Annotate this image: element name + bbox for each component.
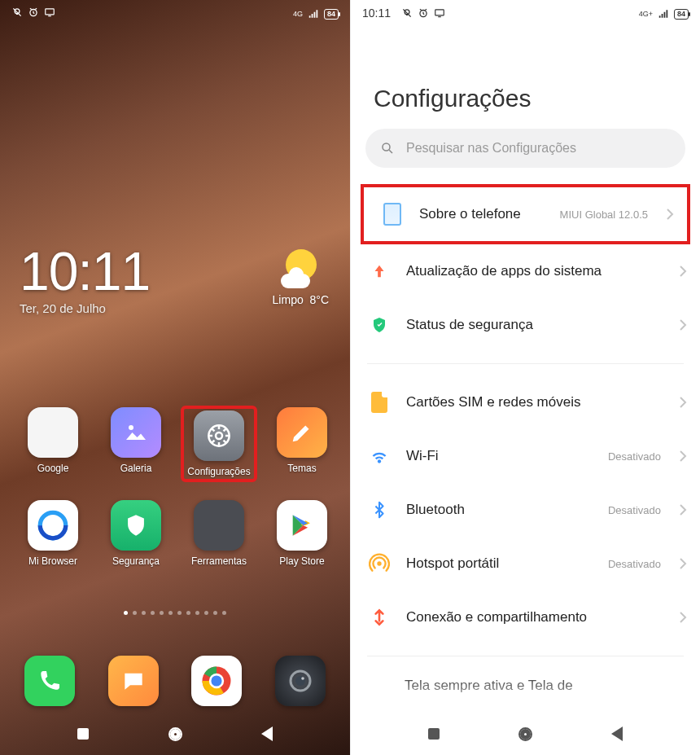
search-input[interactable]	[406, 141, 671, 156]
search-bar[interactable]	[365, 129, 685, 168]
settings-item-value: MIUI Global 12.0.5	[560, 209, 648, 221]
nav-home[interactable]	[517, 725, 535, 743]
clock-widget[interactable]: 10:11 Ter, 20 de Julho	[20, 244, 150, 315]
app-temas[interactable]: Temas	[265, 407, 339, 481]
nav-back[interactable]	[258, 725, 276, 743]
settings-list: Sobre o telefoneMIUI Global 12.0.5Atuali…	[351, 184, 700, 656]
settings-item-value: Desativado	[608, 450, 661, 463]
status-bar: 10:11 4G+ 84	[351, 0, 700, 28]
about-icon	[380, 202, 405, 226]
app-seguranca[interactable]: Segurança	[99, 500, 173, 567]
divider	[367, 363, 684, 364]
bt-icon	[367, 498, 392, 522]
nav-recents[interactable]	[74, 725, 92, 743]
settings-item-label: Status de segurança	[406, 317, 664, 333]
nav-recents[interactable]	[425, 725, 443, 743]
themes-icon	[277, 407, 327, 458]
page-dot[interactable]	[195, 611, 199, 615]
page-dot[interactable]	[213, 611, 217, 615]
weather-text: Limpo 8°C	[273, 293, 329, 306]
settings-item-shield[interactable]: Status de segurança	[351, 298, 700, 352]
page-dot[interactable]	[133, 611, 137, 615]
page-dot[interactable]	[151, 611, 155, 615]
app-ferramentas-folder[interactable]: Ferramentas	[182, 500, 256, 567]
app-mi-browser[interactable]: Mi Browser	[16, 500, 90, 567]
app-label: Temas	[265, 463, 339, 474]
settings-item-label: Bluetooth	[406, 502, 593, 518]
alarm-icon	[418, 7, 429, 19]
page-dot[interactable]	[142, 611, 146, 615]
chevron-right-icon	[679, 611, 687, 624]
svg-point-4	[129, 425, 133, 430]
app-google-folder[interactable]: Google	[16, 407, 90, 481]
battery-indicator: 84	[324, 9, 339, 20]
svg-point-6	[216, 432, 222, 439]
status-time: 10:11	[362, 7, 391, 20]
app-galeria[interactable]: Galeria	[99, 407, 173, 481]
clock-date: Ter, 20 de Julho	[20, 301, 150, 315]
page-indicator[interactable]	[0, 611, 350, 615]
chevron-right-icon	[679, 318, 687, 331]
dnd-icon	[11, 7, 23, 18]
page-dot[interactable]	[222, 611, 226, 615]
settings-item-about[interactable]: Sobre o telefoneMIUI Global 12.0.5	[361, 184, 690, 244]
page-dot[interactable]	[177, 611, 182, 615]
settings-item-bt[interactable]: BluetoothDesativado	[351, 483, 700, 537]
dock-camera[interactable]	[275, 656, 326, 706]
settings-item-truncated[interactable]: Tela sempre ativa e Tela de	[351, 668, 700, 694]
gallery-icon	[111, 407, 161, 458]
settings-item-sim[interactable]: Cartões SIM e redes móveis	[351, 375, 700, 429]
app-configuracoes[interactable]: Configurações	[182, 407, 256, 481]
update-icon	[367, 259, 392, 283]
settings-item-update[interactable]: Atualização de apps do sistema	[351, 244, 700, 298]
page-dot[interactable]	[160, 611, 164, 615]
nav-bar	[0, 713, 350, 755]
page-dot[interactable]	[168, 611, 173, 615]
app-label: Play Store	[265, 555, 339, 567]
page-dot[interactable]	[124, 611, 128, 615]
settings-item-hotspot[interactable]: Hotspot portátilDesativado	[351, 537, 700, 590]
security-app-icon	[111, 500, 161, 551]
signal-icon	[658, 8, 669, 20]
svg-rect-19	[435, 10, 444, 15]
weather-widget[interactable]: Limpo 8°C	[273, 249, 329, 306]
home-screen: 4G 84 10:11 Ter, 20 de Julho Limpo 8°C G…	[0, 0, 350, 755]
settings-item-label: Atualização de apps do sistema	[406, 263, 664, 279]
dock-chrome[interactable]	[191, 656, 242, 706]
svg-point-20	[383, 143, 390, 151]
nav-home[interactable]	[166, 725, 184, 743]
shield-icon	[367, 313, 392, 337]
app-play-store[interactable]: Play Store	[265, 500, 339, 567]
sim-icon	[367, 390, 392, 415]
nav-bar	[351, 713, 700, 755]
hotspot-icon	[367, 551, 392, 576]
svg-rect-3	[46, 9, 55, 15]
page-dot[interactable]	[204, 611, 208, 615]
settings-item-wifi[interactable]: Wi-FiDesativado	[351, 429, 700, 483]
svg-point-15	[301, 677, 304, 680]
alarm-icon	[28, 7, 39, 18]
settings-item-label: Cartões SIM e redes móveis	[406, 394, 664, 410]
dock-messages[interactable]	[108, 656, 159, 706]
chevron-right-icon	[679, 503, 687, 516]
app-label: Segurança	[99, 555, 173, 567]
signal-icon	[308, 8, 319, 20]
status-bar-left-icons	[401, 7, 445, 19]
clock-time: 10:11	[20, 244, 150, 298]
page-dot[interactable]	[186, 611, 190, 615]
app-label: Google	[16, 463, 90, 474]
app-label: Mi Browser	[16, 555, 90, 567]
chevron-right-icon	[679, 396, 687, 409]
wifi-icon	[367, 444, 392, 468]
search-icon	[380, 141, 395, 156]
nav-back[interactable]	[608, 725, 626, 743]
chevron-right-icon	[679, 450, 687, 463]
settings-item-share[interactable]: Conexão e compartilhamento	[351, 590, 700, 644]
mibrowser-icon	[28, 500, 78, 551]
status-bar-left-icons	[11, 7, 55, 18]
settings-item-value: Desativado	[608, 558, 661, 570]
share-icon	[367, 605, 392, 630]
svg-line-21	[389, 150, 392, 153]
svg-point-22	[377, 561, 381, 565]
dock-phone[interactable]	[24, 656, 75, 706]
